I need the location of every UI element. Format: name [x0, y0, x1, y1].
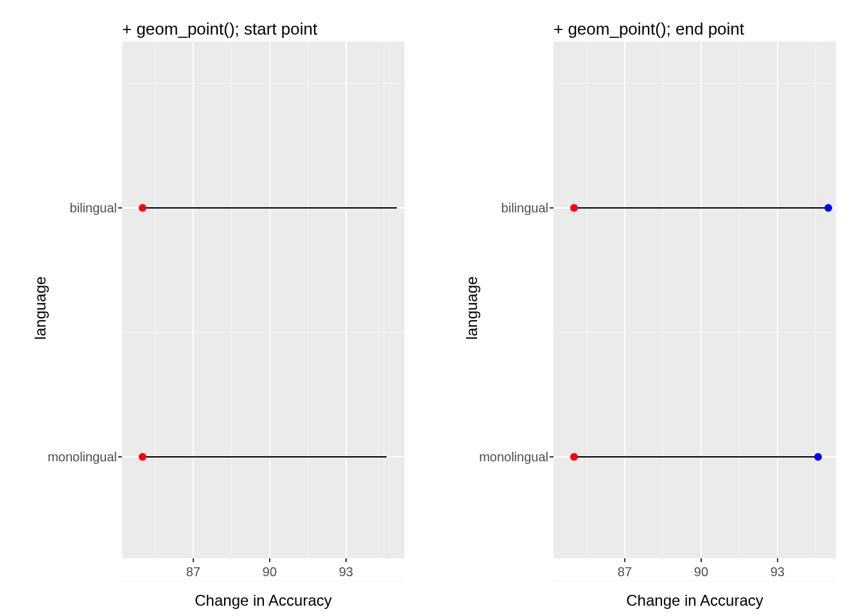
point-monolingual-start — [139, 453, 146, 461]
y-tick-monolingual: monolingual — [479, 450, 548, 465]
x-tick-mark — [624, 558, 625, 562]
facet-end: + geom_point(); end point language bilin… — [432, 0, 863, 616]
grid-v-minor — [155, 42, 155, 558]
x-tick-93: 93 — [771, 565, 785, 579]
x-tick-mark — [777, 558, 778, 562]
grid-v-minor — [739, 42, 740, 558]
grid-v-minor — [586, 42, 587, 558]
x-tick-mark — [193, 558, 194, 562]
grid-v-major — [345, 42, 347, 558]
point-bilingual-start — [570, 204, 578, 212]
point-bilingual-end — [824, 204, 832, 212]
y-axis-label: language — [463, 277, 481, 340]
y-tick-bilingual: bilingual — [501, 201, 548, 216]
grid-v-minor — [384, 42, 385, 558]
segment-bilingual — [574, 207, 828, 209]
point-bilingual-start — [139, 204, 146, 212]
segment-monolingual — [574, 456, 819, 458]
x-tick-mark — [269, 558, 270, 562]
grid-h-minor — [122, 83, 405, 84]
x-tick-90: 90 — [694, 565, 708, 579]
x-axis-label: Change in Accuracy — [122, 592, 405, 610]
x-tick-mark — [701, 558, 702, 562]
grid-v-minor — [663, 42, 663, 558]
grid-v-major — [269, 42, 270, 558]
grid-v-major — [624, 42, 625, 558]
x-tick-93: 93 — [339, 565, 353, 579]
x-tick-87: 87 — [618, 565, 632, 579]
plot-panel — [122, 42, 405, 558]
grid-v-minor — [815, 42, 816, 558]
y-axis-label: language — [31, 277, 49, 340]
x-tick-mark — [345, 558, 347, 562]
figure: + geom_point(); start point language bil… — [0, 0, 863, 616]
point-monolingual-start — [570, 453, 578, 461]
plot-panel — [554, 42, 836, 558]
grid-v-minor — [308, 42, 308, 558]
x-tick-87: 87 — [186, 565, 200, 579]
grid-v-major — [193, 42, 194, 558]
grid-v-major — [701, 42, 702, 558]
x-axis-label: Change in Accuracy — [554, 592, 836, 610]
grid-h-minor — [554, 332, 836, 333]
grid-v-minor — [231, 42, 232, 558]
chart-title: + geom_point(); end point — [554, 19, 863, 39]
grid-h-minor — [554, 581, 836, 581]
point-monolingual-end — [814, 453, 822, 461]
segment-monolingual — [143, 456, 387, 458]
grid-h-minor — [122, 581, 405, 581]
y-tick-monolingual: monolingual — [48, 450, 117, 465]
facet-start: + geom_point(); start point language bil… — [0, 0, 432, 616]
grid-v-major — [777, 42, 778, 558]
x-tick-90: 90 — [263, 565, 277, 579]
y-tick-bilingual: bilingual — [70, 201, 117, 216]
segment-bilingual — [143, 207, 397, 209]
grid-h-minor — [122, 332, 405, 333]
grid-h-minor — [554, 83, 836, 84]
